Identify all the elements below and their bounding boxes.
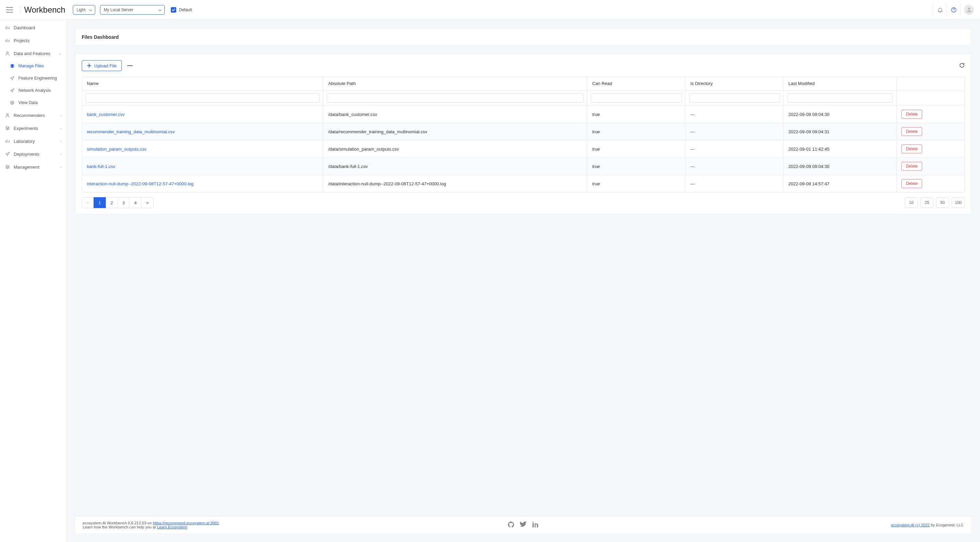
file-path: /data/simulation_param_outputs.csv bbox=[323, 140, 587, 158]
collapse-icon[interactable]: — bbox=[127, 63, 133, 69]
file-path: /data/interaction-null-dump--2022-09-08T… bbox=[323, 175, 587, 192]
page-size-10[interactable]: 10 bbox=[905, 198, 918, 208]
nav-label: Recommenders bbox=[14, 113, 45, 118]
file-can-read: true bbox=[587, 158, 685, 175]
page-4[interactable]: 4 bbox=[129, 197, 142, 208]
file-name-link[interactable]: recommender_training_data_multinomial.cs… bbox=[87, 129, 175, 134]
page-size-selector: 102550100 bbox=[905, 198, 965, 208]
col-last-modified[interactable]: Last Modified bbox=[783, 77, 897, 90]
footer-company-text: by Ecogenetic LLC bbox=[930, 523, 964, 527]
file-name-link[interactable]: bank-full-1.csv bbox=[87, 164, 115, 169]
delete-button[interactable]: Delete bbox=[901, 144, 922, 153]
page-size-100[interactable]: 100 bbox=[952, 198, 965, 208]
default-checkbox[interactable] bbox=[171, 7, 176, 13]
page-prev[interactable]: < bbox=[82, 197, 94, 208]
delete-button[interactable]: Delete bbox=[901, 162, 922, 171]
footer-learn-text: Learn how the Workbench can help you at bbox=[83, 525, 157, 529]
page-next[interactable]: > bbox=[141, 197, 153, 208]
file-can-read: true bbox=[587, 123, 685, 140]
file-is-dir: --- bbox=[685, 123, 783, 140]
divider bbox=[21, 6, 21, 13]
footer-server-link[interactable]: https://recommend.ecosystem.ai:3001 bbox=[153, 521, 219, 525]
file-can-read: true bbox=[587, 106, 685, 123]
file-can-read: true bbox=[587, 140, 685, 158]
page-3[interactable]: 3 bbox=[118, 197, 130, 208]
file-name-link[interactable]: interaction-null-dump--2022-09-08T12-57-… bbox=[87, 181, 194, 186]
col-can-read[interactable]: Can Read bbox=[587, 77, 685, 90]
upload-file-button[interactable]: Upload File bbox=[82, 60, 122, 71]
page-2[interactable]: 2 bbox=[105, 197, 118, 208]
filter-is-directory[interactable] bbox=[689, 93, 780, 103]
help-button[interactable] bbox=[947, 3, 960, 17]
delete-button[interactable]: Delete bbox=[901, 110, 922, 119]
linkedin-link[interactable] bbox=[532, 521, 539, 529]
user-menu[interactable] bbox=[960, 3, 974, 17]
table-filter-row bbox=[82, 90, 965, 106]
refresh-icon bbox=[959, 63, 965, 68]
sidebar-item-deployments[interactable]: Deployments‹ bbox=[0, 147, 66, 160]
bell-icon bbox=[937, 7, 943, 13]
filter-path[interactable] bbox=[327, 93, 584, 103]
chevron-left-icon: ‹ bbox=[60, 139, 61, 143]
sidebar-item-view-data[interactable]: View Data bbox=[5, 97, 66, 109]
file-modified: 2022-09-09 09:04:30 bbox=[783, 106, 897, 123]
header-right bbox=[933, 3, 974, 17]
col-is-directory[interactable]: Is Directory bbox=[685, 77, 783, 90]
sidebar-item-network-analysis[interactable]: Network Analysis bbox=[5, 84, 66, 97]
svg-point-1 bbox=[968, 8, 970, 10]
layers-icon bbox=[10, 63, 15, 68]
user-icon bbox=[966, 6, 972, 13]
file-name-link[interactable]: simulation_param_outputs.csv bbox=[87, 147, 147, 152]
footer-version-text: ecosystem.Ai Workbench 0.6.212.03 on bbox=[83, 521, 153, 525]
menu-toggle[interactable] bbox=[6, 7, 13, 13]
footer-learn-link[interactable]: Learn.Ecosystem bbox=[157, 525, 187, 529]
footer-left: ecosystem.Ai Workbench 0.6.212.03 on htt… bbox=[83, 521, 219, 529]
sidebar-item-experiments[interactable]: Experiments‹ bbox=[0, 122, 66, 135]
sidebar-item-projects[interactable]: Projects bbox=[0, 34, 66, 47]
page-size-25[interactable]: 25 bbox=[920, 198, 933, 208]
nav-label: Experiments bbox=[14, 126, 38, 131]
file-is-dir: --- bbox=[685, 140, 783, 158]
upload-file-label: Upload File bbox=[94, 63, 117, 68]
twitter-link[interactable] bbox=[520, 521, 527, 529]
col-name[interactable]: Name bbox=[82, 77, 323, 90]
server-select[interactable]: My Local Server bbox=[100, 5, 165, 14]
filter-can-read[interactable] bbox=[591, 93, 682, 103]
sidebar-item-management[interactable]: Management‹ bbox=[0, 160, 66, 173]
chevron-left-icon: ‹ bbox=[60, 127, 61, 130]
help-icon bbox=[951, 7, 957, 13]
file-modified: 2022-09-09 09:04:31 bbox=[783, 123, 897, 140]
chevron-down-icon: ⌄ bbox=[59, 52, 61, 55]
sidebar-item-laboratory[interactable]: Laboratory‹ bbox=[0, 135, 66, 147]
nav-label: Deployments bbox=[14, 152, 40, 157]
table-footer: <1234> 102550100 bbox=[82, 197, 965, 208]
delete-button[interactable]: Delete bbox=[901, 179, 922, 188]
page-size-50[interactable]: 50 bbox=[936, 198, 949, 208]
file-name-link[interactable]: bank_customer.csv bbox=[87, 112, 124, 117]
files-card: Upload File — Name Absolute Path Can Rea… bbox=[75, 54, 971, 214]
file-is-dir: --- bbox=[685, 106, 783, 123]
footer-copyright-link[interactable]: ecosystem.Ai (c) 2022 bbox=[891, 523, 930, 527]
app-brand: Workbench bbox=[24, 5, 65, 14]
file-modified: 2022-09-08 14:57:47 bbox=[783, 175, 897, 192]
send-icon bbox=[10, 76, 15, 81]
theme-select[interactable]: Light bbox=[73, 5, 95, 14]
sidebar-item-feature-engineering[interactable]: Feature Engineering bbox=[5, 72, 66, 84]
delete-button[interactable]: Delete bbox=[901, 127, 922, 136]
notifications-button[interactable] bbox=[933, 3, 947, 17]
page-1[interactable]: 1 bbox=[94, 197, 106, 208]
sidebar-item-dashboard[interactable]: Dashboard bbox=[0, 21, 66, 34]
filter-name[interactable] bbox=[86, 93, 320, 103]
chevron-down-icon bbox=[158, 8, 162, 12]
sidebar-item-data-and-features[interactable]: Data and Features⌄ bbox=[0, 47, 66, 60]
chevron-left-icon: ‹ bbox=[60, 152, 61, 156]
github-link[interactable] bbox=[508, 521, 515, 529]
col-path[interactable]: Absolute Path bbox=[323, 77, 587, 90]
filter-modified[interactable] bbox=[787, 93, 893, 103]
file-is-dir: --- bbox=[685, 175, 783, 192]
page-title: Files Dashboard bbox=[75, 29, 971, 46]
sidebar-item-manage-files[interactable]: Manage Files bbox=[5, 60, 66, 72]
sidebar-item-recommenders[interactable]: Recommenders‹ bbox=[0, 109, 66, 122]
plus-icon bbox=[87, 63, 92, 68]
refresh-button[interactable] bbox=[959, 63, 965, 69]
